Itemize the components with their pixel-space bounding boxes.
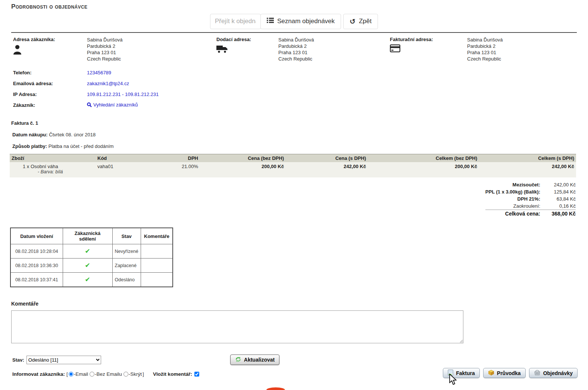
billing-address: Sabina Ďurišová Pardubická 2 Praha 123 0… (467, 37, 503, 62)
phone-link[interactable]: 123456789 (87, 70, 111, 75)
basket-icon (534, 369, 541, 377)
insert-comment-checkbox[interactable] (194, 372, 199, 377)
totals-table: Mezisoučet: 242,00 Kč PPL (1 x 3.00kg) (… (485, 181, 576, 217)
customer-address: Sabina Ďurišová Pardubická 2 Praha 123 0… (87, 37, 122, 62)
shipping-address-block: Dodací adresa: Sabina Ďurišová Pardubick… (216, 37, 390, 62)
product-total-inc: 242,00 Kč (479, 162, 576, 177)
purchase-date-label: Datum nákupu: (12, 132, 48, 137)
page-title: Podrobnosti o objednávce (11, 3, 588, 10)
insert-comment-label: Vložit komentář: (153, 371, 192, 377)
tax-row: DPH 21%: 63,84 Kč (485, 195, 576, 202)
history-row: 08.02.2018 10:36:30 ✔ Zaplacené (10, 259, 173, 273)
product-code: vaha01 (96, 162, 163, 177)
product-row: 1 x Osobní váha - Barva: bílá vaha01 21.… (10, 162, 576, 177)
product-price-ex: 200,00 Kč (200, 162, 286, 177)
customer-label: Zákazník: (13, 102, 87, 108)
history-row: 08.02.2018 10:28:04 ✔ Nevyřízené (10, 244, 173, 259)
notify-email-option[interactable]: -Email (68, 371, 88, 377)
status-select[interactable]: Odesláno [11] (26, 356, 101, 364)
footer-buttons: Faktura Průvodka Objednávky (443, 368, 578, 378)
billing-address-block: Fakturační adresa: Sabina Ďurišová Pardu… (390, 37, 503, 62)
ip-label: IP Adresa: (13, 92, 87, 97)
customer-address-block: Adresa zákazníka: Sabina Ďurišová Pardub… (13, 37, 216, 62)
status-form-row: Stav: Odesláno [11] Aktualizovat (12, 355, 588, 365)
shipping-address-label: Dodací adresa: (216, 37, 278, 42)
footer-logo-partial (266, 387, 285, 390)
notify-no-email-radio[interactable] (90, 372, 94, 377)
check-icon: ✔ (85, 276, 90, 283)
status-label: Stav: (12, 357, 24, 363)
package-icon (488, 369, 494, 377)
ip-link[interactable]: 109.81.212.231 - 109.81.212.231 (87, 92, 159, 97)
email-link[interactable]: zakaznik1@tp24.cz (87, 81, 129, 86)
comments-heading: Komentáře (11, 301, 588, 307)
customer-icon (13, 44, 87, 56)
notify-email-radio[interactable] (69, 372, 74, 377)
bracket-close: ] (143, 371, 144, 377)
notify-customer-label: Informovat zákazníka: (12, 371, 65, 377)
phone-label: Telefon: (13, 70, 87, 75)
customer-address-label: Adresa zákazníka: (13, 37, 87, 42)
shipping-row: PPL (1 x 3.00kg) (Balík): 125,84 Kč (485, 188, 576, 195)
orders-list-label: Seznam objednávek (277, 18, 335, 25)
check-icon: ✔ (85, 248, 90, 255)
divider (11, 32, 577, 33)
toolbar: Seznam objednávek ↺ Zpět (0, 13, 588, 30)
rounding-row: Zaokroulení: 0,16 Kč (485, 202, 576, 210)
payment-method-label: Způsob platby: (12, 143, 47, 149)
history-row: 08.02.2018 10:37:41 ✔ Odesláno (10, 273, 173, 287)
back-label: Zpět (359, 18, 372, 25)
product-total-ex: 200,00 Kč (368, 162, 479, 177)
product-name: 1 x Osobní váha (12, 164, 94, 169)
mouse-cursor (448, 374, 457, 387)
update-button[interactable]: Aktualizovat (230, 355, 279, 365)
notify-hide-option[interactable]: -Skrýt (123, 371, 142, 377)
status-history-table: Datum vložení Zákaznická sdělení Stav Ko… (10, 228, 173, 287)
update-label: Aktualizovat (244, 357, 275, 363)
notify-no-email-option[interactable]: -Bez Emailu (89, 371, 122, 377)
check-icon: ✔ (85, 262, 90, 269)
products-header-row: Zboží Kód DPH Cena (bez DPH) Cena (s DPH… (10, 154, 576, 162)
product-tax: 21.00% (163, 162, 200, 177)
credit-card-icon (390, 44, 467, 53)
product-attribute: - Barva: bílá (12, 169, 94, 174)
refresh-icon (235, 356, 241, 363)
search-icon (87, 102, 92, 108)
products-table: Zboží Kód DPH Cena (bez DPH) Cena (s DPH… (10, 154, 576, 177)
product-price-inc: 242,00 Kč (286, 162, 368, 177)
packing-slip-button[interactable]: Průvodka (483, 368, 526, 378)
orders-list-button[interactable]: Seznam objednávek (260, 14, 341, 29)
shipping-address: Sabina Ďurišová Pardubická 2 Praha 123 0… (278, 37, 314, 62)
undo-icon: ↺ (350, 18, 356, 25)
addresses-section: Adresa zákazníka: Sabina Ďurišová Pardub… (0, 37, 588, 62)
payment-method: Platba na účet - před dodáním (49, 143, 114, 149)
comments-textarea[interactable] (11, 310, 463, 343)
purchase-date: Čtvrtek 08. únor 2018 (49, 132, 96, 137)
history-header-row: Datum vložení Zákaznická sdělení Stav Ko… (10, 228, 173, 244)
grand-total-row: Celková cena: 368,00 Kč (485, 210, 576, 218)
list-icon (267, 18, 274, 25)
orders-button[interactable]: Objednávky (529, 368, 578, 378)
back-button[interactable]: ↺ Zpět (343, 14, 378, 29)
goto-order-input[interactable] (210, 14, 261, 29)
email-label: Emailová adresa: (13, 81, 87, 86)
truck-icon (216, 44, 278, 55)
invoice-title: Faktura č. 1 (11, 120, 588, 126)
subtotal-row: Mezisoučet: 242,00 Kč (485, 181, 576, 188)
notify-hide-radio[interactable] (123, 372, 128, 377)
contact-section: Telefon: 123456789 Emailová adresa: zaka… (0, 67, 588, 111)
billing-address-label: Fakturační adresa: (390, 37, 467, 42)
customer-search-link[interactable]: Vyhledání zákazníků (87, 102, 138, 108)
